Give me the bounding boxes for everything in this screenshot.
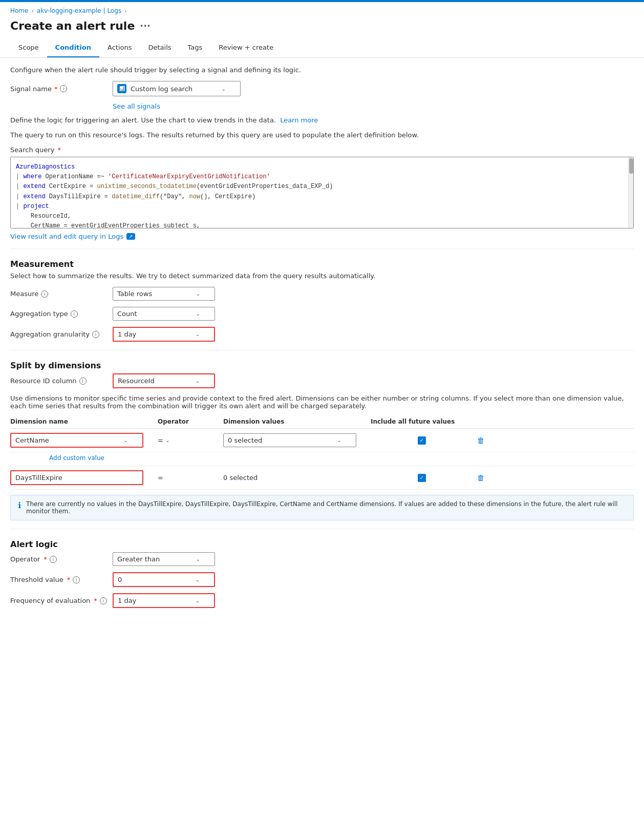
- dimensions-table-header: Dimension name Operator Dimension values…: [10, 415, 634, 429]
- frequency-select[interactable]: 1 day ⌄: [113, 593, 215, 608]
- add-custom-value-link[interactable]: Add custom value: [10, 454, 143, 462]
- page-title-container: Create an alert rule ···: [0, 17, 644, 39]
- page-title-text: Create an alert rule: [10, 19, 135, 32]
- info-box-icon: ℹ: [18, 500, 21, 515]
- signal-name-select[interactable]: 📊 Custom log search ⌄: [113, 81, 241, 96]
- resource-id-col-label: Resource ID column i: [10, 377, 108, 385]
- threshold-label: Threshold value * i: [10, 576, 108, 583]
- tab-condition[interactable]: Condition: [47, 39, 99, 57]
- query-scrollbar-thumb: [629, 158, 633, 174]
- query-line-7: CertName = eventGridEventProperties_subj…: [16, 221, 628, 228]
- dim-row1-values-select[interactable]: 0 selected ⌄: [223, 433, 356, 447]
- aggregation-granularity-select[interactable]: 1 day ⌄: [113, 327, 215, 342]
- see-all-signals-link[interactable]: See all signals: [113, 102, 160, 110]
- dim-row-1-add-custom-container: Add custom value: [10, 452, 634, 466]
- learn-more-link[interactable]: Learn more: [280, 116, 318, 124]
- breadcrumb-home[interactable]: Home: [10, 7, 28, 14]
- query-line-1: AzureDiagnostics: [16, 162, 628, 172]
- tab-details[interactable]: Details: [140, 39, 179, 57]
- query-desc-text: The query to run on this resource's logs…: [10, 131, 634, 139]
- dimension-row-1: CertName ⌄ = ⌄ 0 selected ⌄ ✓: [10, 429, 634, 466]
- signal-chevron-icon: ⌄: [222, 86, 226, 92]
- define-logic-text: Define the logic for triggering an alert…: [10, 116, 634, 124]
- view-result-link[interactable]: View result and edit query in Logs ↗: [10, 233, 135, 240]
- dim-row-2-delete-cell: 🗑: [477, 473, 508, 483]
- aggregation-granularity-label: Aggregation granularity i: [10, 330, 108, 338]
- dim-row1-future-checkbox[interactable]: ✓: [418, 436, 426, 445]
- aggregation-type-info-icon[interactable]: i: [71, 310, 78, 318]
- query-editor[interactable]: AzureDiagnostics | where OperationName =…: [10, 157, 634, 228]
- query-scrollbar[interactable]: [628, 157, 633, 228]
- measure-row: Measure i Table rows ⌄: [10, 287, 634, 301]
- more-options-button[interactable]: ···: [140, 20, 151, 31]
- dimensions-table: Dimension name Operator Dimension values…: [10, 415, 634, 490]
- aggregation-granularity-chevron-icon: ⌄: [196, 331, 200, 337]
- aggregation-type-row: Aggregation type i Count ⌄: [10, 307, 634, 321]
- dim-row-2-name-cell: DaysTillExpire: [10, 470, 154, 485]
- dim-row-1-operator-cell: = ⌄: [158, 436, 219, 444]
- operator-chevron-icon: ⌄: [196, 556, 200, 562]
- signal-name-row: Signal name * i 📊 Custom log search ⌄: [10, 81, 634, 96]
- measure-info-icon[interactable]: i: [41, 290, 48, 298]
- signal-name-info-icon[interactable]: i: [60, 85, 67, 92]
- measure-select[interactable]: Table rows ⌄: [113, 287, 215, 301]
- signal-type-icon: 📊: [117, 84, 126, 93]
- dim-row1-op-chevron: ⌄: [165, 437, 169, 443]
- breadcrumb-sep1: ›: [31, 8, 33, 14]
- breadcrumb-sep2: ›: [124, 8, 126, 14]
- dim-row-2-values-cell: 0 selected: [223, 474, 367, 482]
- dim-row1-values-chevron: ⌄: [337, 437, 341, 443]
- measurement-title: Measurement: [10, 259, 634, 269]
- tab-tags[interactable]: Tags: [180, 39, 211, 57]
- query-line-6: ResourceId,: [16, 212, 628, 221]
- search-query-label: Search query *: [10, 146, 634, 154]
- divider-1: [10, 248, 634, 249]
- tab-scope[interactable]: Scope: [10, 39, 47, 57]
- dim-row2-delete-icon[interactable]: 🗑: [477, 473, 485, 483]
- aggregation-type-chevron-icon: ⌄: [196, 311, 200, 317]
- resource-id-col-info-icon[interactable]: i: [79, 378, 87, 385]
- external-link-icon: ↗: [126, 233, 135, 240]
- aggregation-granularity-row: Aggregation granularity i 1 day ⌄: [10, 327, 634, 342]
- dim-row-1-main: CertName ⌄ = ⌄ 0 selected ⌄ ✓: [10, 429, 634, 452]
- condition-description: Configure when the alert rule should tri…: [10, 66, 634, 74]
- signal-name-required: *: [54, 85, 58, 93]
- aggregation-type-select[interactable]: Count ⌄: [113, 307, 215, 321]
- dimension-row-2: DaysTillExpire = 0 selected ✓ 🗑: [10, 466, 634, 490]
- operator-select[interactable]: Greater than ⌄: [113, 552, 215, 566]
- query-line-2: | where OperationName =~ 'CertificateNea…: [16, 172, 628, 182]
- dim-certname-select[interactable]: CertName ⌄: [10, 433, 143, 448]
- dim-row2-future-checkbox[interactable]: ✓: [418, 474, 426, 482]
- query-line-4: | extend DaysTillExpire = datetime_diff(…: [16, 192, 628, 202]
- breadcrumb: Home › akv-logging-example | Logs ›: [0, 2, 644, 17]
- threshold-row: Threshold value * i 0 ⌄: [10, 572, 634, 587]
- signal-name-label: Signal name * i: [10, 85, 108, 93]
- threshold-info-icon[interactable]: i: [73, 576, 80, 583]
- frequency-label: Frequency of evaluation * i: [10, 597, 108, 604]
- operator-info-icon[interactable]: i: [50, 556, 57, 563]
- dim-header-operator: Operator: [158, 418, 219, 425]
- dimensions-info-box: ℹ There are currently no values in the D…: [10, 495, 634, 520]
- dim-header-name: Dimension name: [10, 418, 154, 425]
- frequency-row: Frequency of evaluation * i 1 day ⌄: [10, 593, 634, 608]
- threshold-input[interactable]: 0 ⌄: [113, 572, 215, 587]
- dim-daystillexpire-input[interactable]: DaysTillExpire: [10, 470, 143, 485]
- split-title: Split by dimensions: [10, 361, 634, 370]
- aggregation-granularity-info-icon[interactable]: i: [92, 331, 99, 338]
- dim-row1-delete-icon[interactable]: 🗑: [477, 436, 485, 445]
- aggregation-type-label: Aggregation type i: [10, 310, 108, 318]
- info-box-text: There are currently no values in the Day…: [26, 500, 626, 515]
- tab-actions[interactable]: Actions: [99, 39, 140, 57]
- breadcrumb-logs[interactable]: akv-logging-example | Logs: [37, 7, 121, 14]
- resource-id-col-row: Resource ID column i ResourceId ⌄: [10, 373, 634, 388]
- frequency-info-icon[interactable]: i: [100, 597, 107, 604]
- dimensions-desc: Use dimensions to monitor specific time …: [10, 394, 634, 410]
- query-line-3: | extend CertExpire = unixtime_seconds_t…: [16, 182, 628, 192]
- resource-id-col-select[interactable]: ResourceId ⌄: [113, 373, 215, 388]
- query-line-5: | project: [16, 202, 628, 212]
- operator-label: Operator * i: [10, 555, 108, 563]
- divider-3: [10, 529, 634, 529]
- dim-row-2-operator-cell: =: [158, 474, 219, 482]
- tab-review-create[interactable]: Review + create: [210, 39, 282, 57]
- divider-2: [10, 350, 634, 350]
